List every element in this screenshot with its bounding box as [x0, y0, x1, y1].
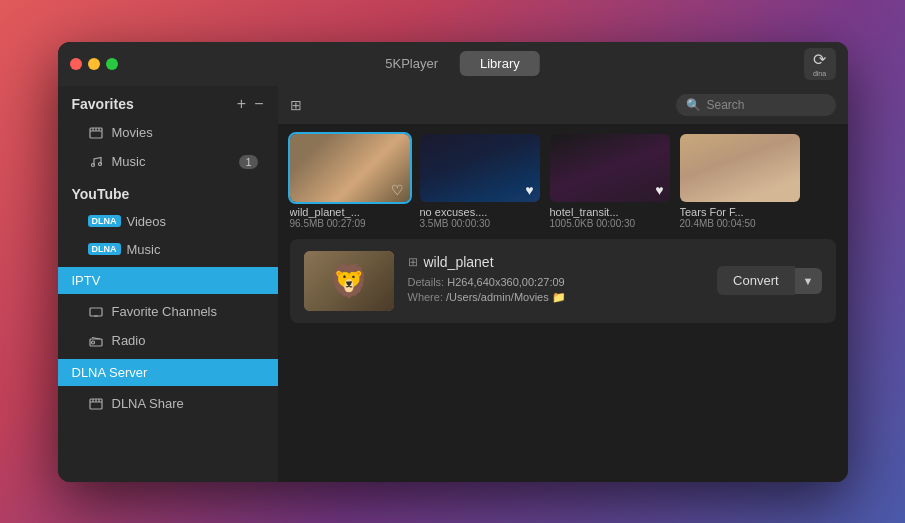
folder-icon: 📁 — [552, 291, 566, 303]
dlna-symbol: ⟳ — [813, 50, 826, 69]
video-meta-0: 96.5MB 00:27:09 — [290, 218, 410, 229]
sidebar-item-favorite-channels[interactable]: Favorite Channels — [64, 298, 272, 326]
content-area: ⊞ 🔍 ♡ wild_planet_... — [278, 86, 848, 482]
sidebar-item-youtube-music[interactable]: DLNA Music — [64, 236, 272, 263]
search-box: 🔍 — [676, 94, 836, 116]
detail-panel: 🦁 ⊞ wild_planet Details: H264,640x360,00… — [290, 239, 836, 323]
tv-icon — [88, 304, 104, 320]
add-favorite-button[interactable]: + — [237, 96, 246, 112]
svg-rect-7 — [90, 308, 102, 316]
maximize-button[interactable] — [106, 58, 118, 70]
heart-icon-0[interactable]: ♡ — [391, 182, 404, 198]
video-meta-1: 3.5MB 00:00:30 — [420, 218, 540, 229]
detail-title: wild_planet — [424, 254, 494, 270]
grid-view-icon[interactable]: ⊞ — [290, 97, 302, 113]
detail-info: ⊞ wild_planet Details: H264,640x360,00:2… — [408, 254, 704, 307]
detail-thumb: 🦁 — [304, 251, 394, 311]
radio-label: Radio — [112, 333, 146, 348]
video-card-0[interactable]: ♡ wild_planet_... 96.5MB 00:27:09 — [290, 134, 410, 229]
video-info-3: Tears For F... 20.4MB 00:04:50 — [680, 206, 800, 229]
svg-point-10 — [91, 341, 94, 344]
convert-button[interactable]: Convert — [717, 266, 795, 295]
video-card-3[interactable]: Tears For F... 20.4MB 00:04:50 — [680, 134, 800, 229]
detail-where-row: Where: /Users/admin/Movies 📁 — [408, 291, 704, 304]
titlebar-tabs: 5KPlayer Library — [365, 51, 540, 76]
tab-5kplayer[interactable]: 5KPlayer — [365, 51, 458, 76]
dlna-share-icon — [88, 396, 104, 412]
details-label: Details: — [408, 276, 445, 288]
youtube-music-label: Music — [127, 242, 161, 257]
heart-icon-1[interactable]: ♥ — [525, 182, 533, 198]
youtube-section: YouTube — [58, 177, 278, 207]
movies-icon — [88, 125, 104, 141]
video-info-0: wild_planet_... 96.5MB 00:27:09 — [290, 206, 410, 229]
traffic-lights — [70, 58, 118, 70]
dlna-badge-videos: DLNA — [88, 215, 121, 227]
detail-grid-icon: ⊞ — [408, 255, 418, 269]
favorites-title: Favorites — [72, 96, 134, 112]
dlna-share-label: DLNA Share — [112, 396, 184, 411]
music-badge: 1 — [239, 155, 257, 169]
sidebar: Favorites + − Movies — [58, 86, 278, 482]
video-meta-3: 20.4MB 00:04:50 — [680, 218, 800, 229]
video-name-2: hotel_transit... — [550, 206, 670, 218]
iptv-label: IPTV — [72, 273, 101, 288]
radio-icon — [88, 333, 104, 349]
video-thumbnails: ♡ wild_planet_... 96.5MB 00:27:09 ♥ — [290, 134, 836, 229]
video-card-2[interactable]: ♥ hotel_transit... 1005.0KB 00:00:30 — [550, 134, 670, 229]
search-icon: 🔍 — [686, 98, 701, 112]
close-button[interactable] — [70, 58, 82, 70]
minimize-button[interactable] — [88, 58, 100, 70]
sidebar-item-youtube-videos[interactable]: DLNA Videos — [64, 208, 272, 235]
remove-favorite-button[interactable]: − — [254, 96, 263, 112]
music-icon — [88, 154, 104, 170]
video-name-1: no excuses.... — [420, 206, 540, 218]
favorites-controls: + − — [237, 96, 264, 112]
video-thumb-2: ♥ — [550, 134, 670, 202]
content-toolbar: ⊞ 🔍 — [278, 86, 848, 124]
detail-details-row: Details: H264,640x360,00:27:09 — [408, 276, 704, 288]
details-value: H264,640x360,00:27:09 — [447, 276, 564, 288]
sidebar-item-dlna-share[interactable]: DLNA Share — [64, 390, 272, 418]
video-thumb-0: ♡ — [290, 134, 410, 202]
search-input[interactable] — [707, 98, 826, 112]
convert-dropdown-button[interactable]: ▼ — [795, 268, 822, 294]
video-name-0: wild_planet_... — [290, 206, 410, 218]
lion-shape: 🦁 — [304, 251, 394, 311]
dlna-badge-music: DLNA — [88, 243, 121, 255]
convert-button-wrap: Convert ▼ — [717, 266, 821, 295]
svg-point-5 — [91, 163, 94, 166]
video-info-1: no excuses.... 3.5MB 00:00:30 — [420, 206, 540, 229]
youtube-videos-label: Videos — [127, 214, 167, 229]
video-meta-2: 1005.0KB 00:00:30 — [550, 218, 670, 229]
where-value: /Users/admin/Movies — [446, 291, 549, 303]
video-info-2: hotel_transit... 1005.0KB 00:00:30 — [550, 206, 670, 229]
video-thumb-1: ♥ — [420, 134, 540, 202]
svg-point-6 — [98, 162, 101, 165]
content-grid: ♡ wild_planet_... 96.5MB 00:27:09 ♥ — [278, 124, 848, 482]
detail-thumb-inner: 🦁 — [304, 251, 394, 311]
video-thumb-3 — [680, 134, 800, 202]
youtube-title: YouTube — [72, 186, 130, 202]
music-label: Music — [112, 154, 146, 169]
sidebar-item-dlna-server[interactable]: DLNA Server — [58, 359, 278, 386]
main-body: Favorites + − Movies — [58, 86, 848, 482]
favorites-header: Favorites + − — [58, 86, 278, 118]
where-label: Where: — [408, 291, 443, 303]
sidebar-item-radio[interactable]: Radio — [64, 327, 272, 355]
detail-title-row: ⊞ wild_planet — [408, 254, 704, 270]
video-card-1[interactable]: ♥ no excuses.... 3.5MB 00:00:30 — [420, 134, 540, 229]
favorite-channels-label: Favorite Channels — [112, 304, 218, 319]
main-window: 5KPlayer Library ⟳ dlna Favorites + − — [58, 42, 848, 482]
dlna-server-label: DLNA Server — [72, 365, 148, 380]
sidebar-item-movies[interactable]: Movies — [64, 119, 272, 147]
tab-library[interactable]: Library — [460, 51, 540, 76]
sidebar-item-music[interactable]: Music 1 — [64, 148, 272, 176]
dlna-label: dlna — [813, 70, 826, 77]
heart-icon-2[interactable]: ♥ — [655, 182, 663, 198]
titlebar: 5KPlayer Library ⟳ dlna — [58, 42, 848, 86]
dlna-icon-button[interactable]: ⟳ dlna — [804, 48, 836, 80]
movies-label: Movies — [112, 125, 153, 140]
video-name-3: Tears For F... — [680, 206, 800, 218]
sidebar-item-iptv[interactable]: IPTV — [58, 267, 278, 294]
